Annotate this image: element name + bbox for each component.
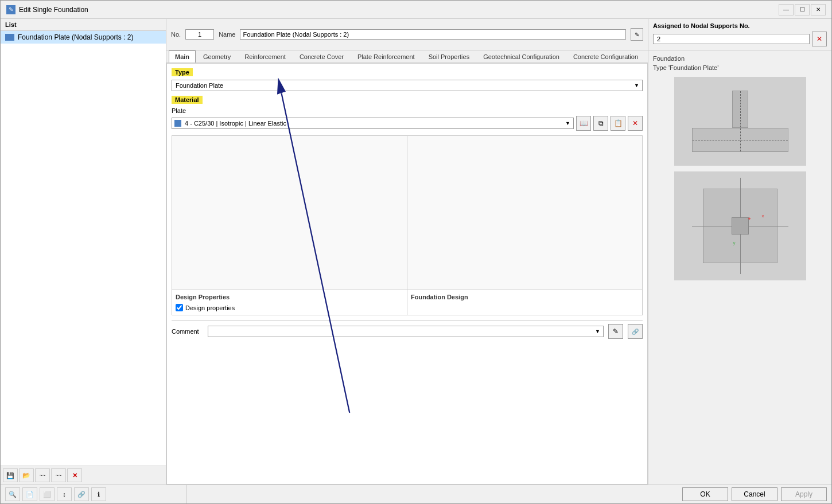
bottom-left-section: 🔍 📄 ⬜ ↕ 🔗 ℹ [1, 485, 187, 503]
bottom-right-section: OK Cancel Apply [187, 485, 831, 503]
column-top-view: x y + [732, 217, 749, 235]
foundation-plate-side [692, 128, 788, 152]
tool3-btn[interactable]: ~~ [35, 468, 50, 482]
comment-select-wrapper: ▼ [208, 326, 604, 337]
material-paste-btn[interactable]: 📋 [611, 116, 625, 131]
design-properties-panel: Design Properties Design properties [172, 290, 407, 315]
name-input[interactable] [240, 29, 626, 40]
column-stub [732, 91, 748, 128]
material-select-wrapper: 4 - C25/30 | Isotropic | Linear Elastic … [172, 118, 574, 129]
bottom-panels: Design Properties Design properties Foun… [172, 290, 643, 315]
material-delete-btn[interactable]: ✕ [628, 116, 643, 131]
title-bar-controls: — ☐ ✕ [779, 4, 826, 15]
tab-main[interactable]: Main [169, 50, 196, 62]
name-edit-btn[interactable]: ✎ [631, 28, 643, 41]
cube-btn[interactable]: ⬜ [40, 487, 55, 501]
material-select[interactable]: 4 - C25/30 | Isotropic | Linear Elastic [172, 118, 574, 129]
delete-btn[interactable]: ✕ [67, 468, 82, 482]
preview-title: Foundation [653, 55, 827, 62]
material-section-label: Material [172, 96, 203, 104]
arrows-btn[interactable]: ↕ [57, 487, 72, 501]
main-content: List Foundation Plate (Nodal Supports : … [1, 19, 831, 485]
top-plan-view: x y + [674, 171, 806, 280]
right-content: No. 1 Name ✎ Assigned to Nodal Supports … [166, 19, 831, 485]
main-window: ✎ Edit Single Foundation — ☐ ✕ List Foun… [0, 0, 832, 504]
origin-cross: + [748, 216, 751, 222]
name-label: Name [219, 31, 235, 38]
comment-section: Comment ▼ ✎ 🔗 [172, 320, 643, 339]
preview-diagrams: x y + [653, 77, 827, 480]
no-label: No. [171, 31, 181, 38]
assigned-section: Assigned to Nodal Supports No. ✕ [648, 19, 831, 50]
foundation-design-header: Foundation Design [411, 294, 639, 300]
tab-concrete-config[interactable]: Concrete Configuration [567, 50, 644, 62]
content-with-arrow: Main Geometry Reinforcement Concrete Cov… [166, 50, 648, 485]
design-properties-label: Design properties [185, 304, 235, 311]
link-btn[interactable]: 🔗 [74, 487, 89, 501]
open-btn[interactable]: 📂 [19, 468, 34, 482]
material-row: 4 - C25/30 | Isotropic | Linear Elastic … [172, 116, 643, 131]
material-section: Material Plate 4 - C25/30 | Isotropic | … [172, 96, 643, 131]
middle-left-panel [172, 136, 407, 290]
type-select-wrapper: Foundation Plate ▼ [172, 80, 643, 91]
comment-edit-btn[interactable]: ✎ [608, 324, 623, 339]
preview-subtitle: Type 'Foundation Plate' [653, 64, 827, 71]
foundation-plate-top: x y + [703, 189, 777, 263]
list-area: Foundation Plate (Nodal Supports : 2) [1, 31, 166, 466]
design-properties-header: Design Properties [176, 294, 403, 300]
list-item[interactable]: Foundation Plate (Nodal Supports : 2) [1, 31, 166, 44]
tab-concrete-cover[interactable]: Concrete Cover [293, 50, 350, 62]
title-bar-left: ✎ Edit Single Foundation [6, 5, 88, 14]
name-number-section: No. 1 Name ✎ [166, 19, 648, 50]
plate-centerline-v [740, 128, 741, 151]
material-color-swatch [174, 120, 181, 127]
top-row: No. 1 Name ✎ Assigned to Nodal Supports … [166, 19, 831, 50]
close-button[interactable]: ✕ [811, 4, 826, 15]
type-section: Type Foundation Plate ▼ [172, 68, 643, 91]
left-panel-toolbar: 💾 📂 ~~ ~~ ✕ [1, 466, 166, 485]
material-copy-btn[interactable]: ⧉ [593, 116, 608, 131]
foundation-design-panel: Foundation Design [407, 290, 642, 315]
material-book-btn[interactable]: 📖 [576, 116, 591, 131]
list-item-icon [5, 34, 14, 41]
list-header: List [1, 19, 166, 31]
full-bottom-bar: 🔍 📄 ⬜ ↕ 🔗 ℹ OK Cancel Apply [1, 485, 831, 503]
assigned-clear-btn[interactable]: ✕ [812, 32, 827, 46]
tab-content-main: Type Foundation Plate ▼ [166, 63, 648, 485]
tab-geotechnical-config[interactable]: Geotechnical Configuration [477, 50, 566, 62]
info-btn[interactable]: ℹ [91, 487, 106, 501]
doc-btn[interactable]: 📄 [22, 487, 37, 501]
assigned-label: Assigned to Nodal Supports No. [653, 22, 827, 29]
type-select[interactable]: Foundation Plate [172, 80, 643, 91]
search-btn[interactable]: 🔍 [5, 487, 20, 501]
type-form-row: Foundation Plate ▼ [172, 80, 643, 91]
no-input[interactable]: 1 [185, 29, 214, 40]
assigned-value-row: ✕ [653, 32, 827, 46]
comment-select[interactable] [208, 326, 604, 337]
tool4-btn[interactable]: ~~ [51, 468, 66, 482]
column-centerline [740, 91, 741, 127]
y-axis-label: y [733, 240, 736, 245]
apply-button[interactable]: Apply [781, 487, 827, 501]
body-area: Main Geometry Reinforcement Concrete Cov… [166, 50, 831, 485]
comment-info-btn[interactable]: 🔗 [628, 324, 643, 339]
tab-soil-properties[interactable]: Soil Properties [422, 50, 476, 62]
maximize-button[interactable]: ☐ [795, 4, 810, 15]
assigned-value-input[interactable] [653, 34, 810, 44]
list-item-label: Foundation Plate (Nodal Supports : 2) [18, 33, 133, 41]
tab-reinforcement[interactable]: Reinforcement [238, 50, 292, 62]
comment-label: Comment [172, 328, 203, 335]
left-panel: List Foundation Plate (Nodal Supports : … [1, 19, 166, 485]
save-btn[interactable]: 💾 [3, 468, 18, 482]
window-title: Edit Single Foundation [19, 6, 88, 14]
x-axis-label: x [762, 213, 764, 218]
design-properties-checkbox[interactable] [176, 304, 183, 311]
preview-panel: Foundation Type 'Foundation Plate' [648, 50, 831, 485]
minimize-button[interactable]: — [779, 4, 794, 15]
side-elevation-view [674, 77, 806, 166]
ok-button[interactable]: OK [682, 487, 728, 501]
cancel-button[interactable]: Cancel [732, 487, 777, 501]
tab-plate-reinforcement[interactable]: Plate Reinforcement [351, 50, 421, 62]
tabs-bar: Main Geometry Reinforcement Concrete Cov… [166, 50, 648, 63]
tab-geometry[interactable]: Geometry [197, 50, 237, 62]
